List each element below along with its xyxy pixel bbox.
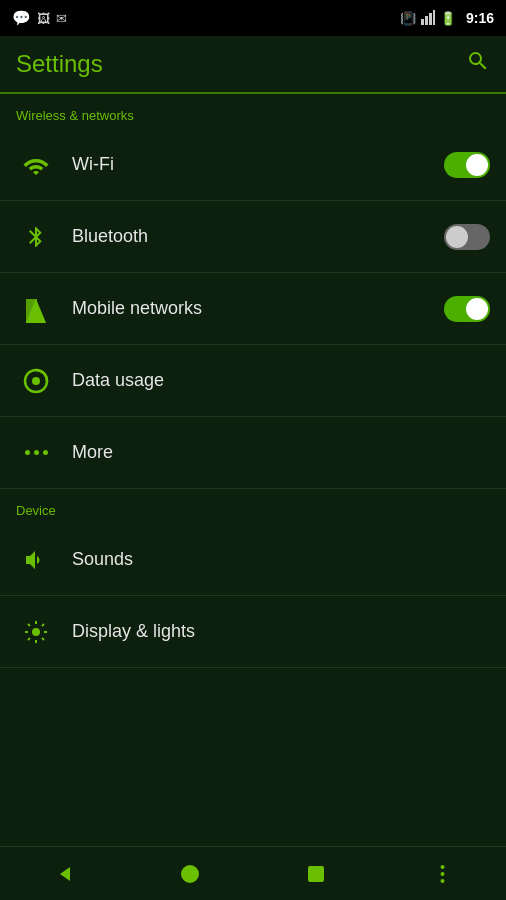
svg-point-9 <box>32 377 40 385</box>
more-icon <box>16 450 56 455</box>
svg-point-14 <box>441 865 445 869</box>
display-label: Display & lights <box>72 621 490 642</box>
whatsapp-icon: 💬 <box>12 9 31 27</box>
wifi-toggle[interactable] <box>444 152 490 178</box>
more-row[interactable]: More <box>0 417 506 489</box>
svg-rect-1 <box>425 16 428 25</box>
svg-marker-11 <box>60 867 70 881</box>
section-device: Device <box>0 489 506 524</box>
status-bar: 💬 🖼 ✉ 📳 🔋 9:16 <box>0 0 506 36</box>
recents-button[interactable] <box>286 847 346 900</box>
bluetooth-toggle[interactable] <box>444 224 490 250</box>
data-usage-row[interactable]: Data usage <box>0 345 506 417</box>
status-time: 9:16 <box>466 10 494 26</box>
sounds-label: Sounds <box>72 549 490 570</box>
image-icon: 🖼 <box>37 11 50 26</box>
display-row[interactable]: Display & lights <box>0 596 506 668</box>
sounds-icon <box>16 547 56 573</box>
svg-rect-0 <box>421 19 424 25</box>
home-button[interactable] <box>160 847 220 900</box>
bluetooth-label: Bluetooth <box>72 226 444 247</box>
data-usage-label: Data usage <box>72 370 490 391</box>
mobile-networks-label: Mobile networks <box>72 298 444 319</box>
signal-icon <box>421 9 435 28</box>
app-header: Settings <box>0 36 506 94</box>
bluetooth-row[interactable]: Bluetooth <box>0 201 506 273</box>
more-label: More <box>72 442 490 463</box>
data-usage-icon <box>16 367 56 395</box>
svg-rect-3 <box>433 10 435 25</box>
status-right-icons: 📳 🔋 <box>400 9 456 28</box>
vibrate-icon: 📳 <box>400 11 416 26</box>
mobile-networks-icon <box>16 295 56 323</box>
svg-point-15 <box>441 872 445 876</box>
bluetooth-icon <box>16 225 56 249</box>
search-button[interactable] <box>466 49 490 79</box>
options-button[interactable] <box>413 847 473 900</box>
back-button[interactable] <box>33 847 93 900</box>
section-wireless: Wireless & networks <box>0 94 506 129</box>
svg-point-16 <box>441 879 445 883</box>
svg-rect-13 <box>309 867 323 881</box>
svg-point-12 <box>182 866 198 882</box>
display-icon <box>16 619 56 645</box>
battery-icon: 🔋 <box>440 11 456 26</box>
page-title: Settings <box>16 50 103 78</box>
sounds-row[interactable]: Sounds <box>0 524 506 596</box>
mobile-networks-row[interactable]: Mobile networks <box>0 273 506 345</box>
status-left-icons: 💬 🖼 ✉ <box>12 9 394 27</box>
wifi-row[interactable]: Wi-Fi <box>0 129 506 201</box>
wifi-label: Wi-Fi <box>72 154 444 175</box>
bottom-nav <box>0 846 506 900</box>
settings-content: Wireless & networks Wi-Fi Bluetooth <box>0 94 506 900</box>
mobile-networks-toggle[interactable] <box>444 296 490 322</box>
gmail-icon: ✉ <box>56 11 67 26</box>
svg-point-10 <box>32 628 40 636</box>
svg-rect-2 <box>429 13 432 25</box>
wifi-icon <box>16 153 56 177</box>
